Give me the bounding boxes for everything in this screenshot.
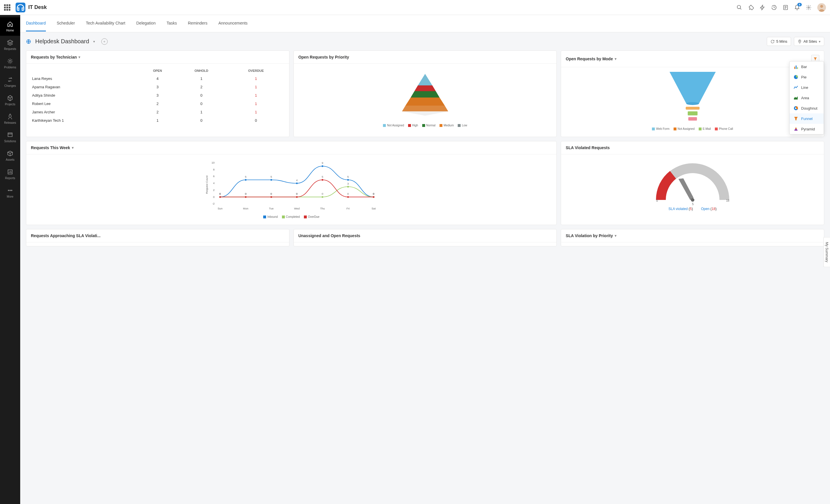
tab-tech-availability-chart[interactable]: Tech Availability Chart — [86, 15, 126, 31]
sidebar-item-problems[interactable]: Problems — [0, 54, 20, 73]
sidebar-item-reports[interactable]: Reports — [0, 165, 20, 183]
legend-item: Completed — [282, 215, 300, 219]
pin-icon[interactable] — [748, 5, 754, 10]
svg-text:Mon: Mon — [243, 207, 248, 210]
sidebar-item-changes[interactable]: Changes — [0, 73, 20, 91]
notification-badge: 6 — [797, 3, 802, 6]
legend-item: Normal — [422, 124, 436, 127]
svg-text:5: 5 — [270, 175, 272, 178]
tab-reminders[interactable]: Reminders — [188, 15, 208, 31]
sla-open-label[interactable]: Open (18) — [701, 207, 716, 211]
sidebar-item-more[interactable]: More — [0, 183, 20, 202]
globe-icon — [26, 39, 31, 44]
chart-type-bar[interactable]: Bar — [790, 62, 824, 72]
chart-type-pie[interactable]: Pie — [790, 72, 824, 82]
chart-type-area[interactable]: Area — [790, 93, 824, 103]
chevron-down-icon[interactable]: ▾ — [78, 55, 80, 59]
tab-dashboard[interactable]: Dashboard — [26, 15, 46, 31]
add-dashboard-button[interactable]: ＋ — [101, 38, 108, 45]
svg-text:Thu: Thu — [320, 207, 325, 210]
svg-point-48 — [270, 179, 272, 181]
svg-text:10: 10 — [212, 161, 215, 164]
svg-text:-2: -2 — [212, 202, 215, 205]
card-sla-by-priority: SLA Violation by Priority▾ — [561, 229, 824, 246]
chart-type-doughnut[interactable]: Doughnut — [790, 103, 824, 113]
svg-point-84 — [373, 196, 375, 198]
pyramid-chart — [396, 71, 454, 117]
sla-violated-label[interactable]: SLA violated (5) — [668, 207, 693, 211]
legend-item: Low — [458, 124, 467, 127]
notification-icon[interactable]: 6 — [794, 5, 800, 10]
sidebar-item-label: Releases — [4, 121, 16, 124]
sidebar-item-assets[interactable]: Assets — [0, 146, 20, 165]
main-content: DashboardSchedulerTech Availability Char… — [20, 15, 830, 504]
svg-text:3: 3 — [347, 182, 349, 185]
legend-item: Not Assigned — [674, 127, 695, 130]
svg-point-72 — [219, 196, 221, 198]
app-logo — [15, 3, 25, 12]
svg-text:8: 8 — [213, 168, 215, 171]
svg-point-18 — [686, 102, 699, 105]
table-row: Karthikeyan Tech 1100 — [31, 116, 285, 124]
chevron-down-icon[interactable]: ▾ — [72, 146, 73, 150]
history-icon[interactable] — [771, 5, 777, 10]
table-row: Lana Reyes411 — [31, 75, 285, 82]
more-icon — [7, 187, 13, 194]
user-avatar[interactable] — [817, 3, 826, 12]
notes-icon[interactable] — [783, 5, 789, 10]
site-selector-button[interactable]: All Sites▾ — [794, 37, 824, 46]
sidebar-item-solutions[interactable]: Solutions — [0, 128, 20, 146]
chart-type-pyramid[interactable]: Pyramid — [790, 124, 824, 134]
search-icon[interactable] — [736, 5, 742, 10]
assets-icon — [7, 150, 13, 157]
refresh-icon — [771, 39, 775, 43]
legend-item: Phone Call — [715, 127, 733, 130]
sidebar-item-releases[interactable]: Releases — [0, 110, 20, 128]
chevron-down-icon[interactable]: ▾ — [615, 234, 616, 238]
chevron-down-icon[interactable]: ▾ — [615, 57, 616, 61]
svg-point-4 — [9, 60, 11, 62]
svg-text:Request Count: Request Count — [205, 175, 209, 194]
legend-item: Web Form — [652, 127, 670, 130]
svg-text:4: 4 — [213, 181, 215, 184]
chart-type-funnel[interactable]: Funnel — [790, 113, 824, 124]
problems-icon — [7, 58, 13, 64]
settings-icon[interactable] — [806, 5, 811, 10]
my-summary-tab[interactable]: My Summary — [823, 237, 830, 267]
card-requests-this-week: Requests This Week▾ -20246810Request Cou… — [26, 141, 557, 225]
svg-point-82 — [347, 196, 349, 198]
svg-point-87 — [691, 198, 694, 202]
reports-icon — [7, 169, 13, 175]
gauge-chart: 0 18 5 — [646, 157, 739, 206]
svg-text:Sat: Sat — [372, 207, 376, 210]
svg-text:0: 0 — [213, 195, 215, 199]
projects-icon — [7, 95, 13, 101]
sidebar-item-projects[interactable]: Projects — [0, 91, 20, 110]
sidebar-item-label: More — [7, 195, 13, 198]
home-icon — [7, 21, 13, 27]
legend-item: E-Mail — [699, 127, 711, 130]
tab-bar: DashboardSchedulerTech Availability Char… — [20, 15, 830, 32]
svg-marker-28 — [795, 127, 797, 129]
svg-point-68 — [347, 186, 349, 188]
chevron-down-icon: ▾ — [819, 39, 821, 43]
sidebar-item-home[interactable]: Home — [0, 17, 20, 36]
refresh-interval-button[interactable]: 5 Mins — [767, 37, 791, 46]
tab-scheduler[interactable]: Scheduler — [57, 15, 75, 31]
svg-text:4: 4 — [296, 178, 297, 182]
changes-icon — [7, 76, 13, 83]
chart-type-line[interactable]: Line — [790, 82, 824, 93]
svg-text:0: 0 — [245, 192, 247, 195]
svg-text:5: 5 — [692, 203, 694, 206]
tab-announcements[interactable]: Announcements — [219, 15, 248, 31]
solutions-icon — [7, 132, 13, 138]
quick-action-icon[interactable] — [760, 5, 765, 10]
sidebar-item-requests[interactable]: Requests — [0, 36, 20, 54]
sidebar-item-label: Assets — [6, 158, 14, 161]
tab-delegation[interactable]: Delegation — [136, 15, 156, 31]
app-launcher-icon[interactable] — [4, 4, 10, 11]
sidebar-item-label: Requests — [4, 47, 16, 51]
tab-tasks[interactable]: Tasks — [166, 15, 177, 31]
chevron-down-icon[interactable]: ▾ — [93, 39, 95, 43]
svg-text:0: 0 — [656, 199, 658, 202]
